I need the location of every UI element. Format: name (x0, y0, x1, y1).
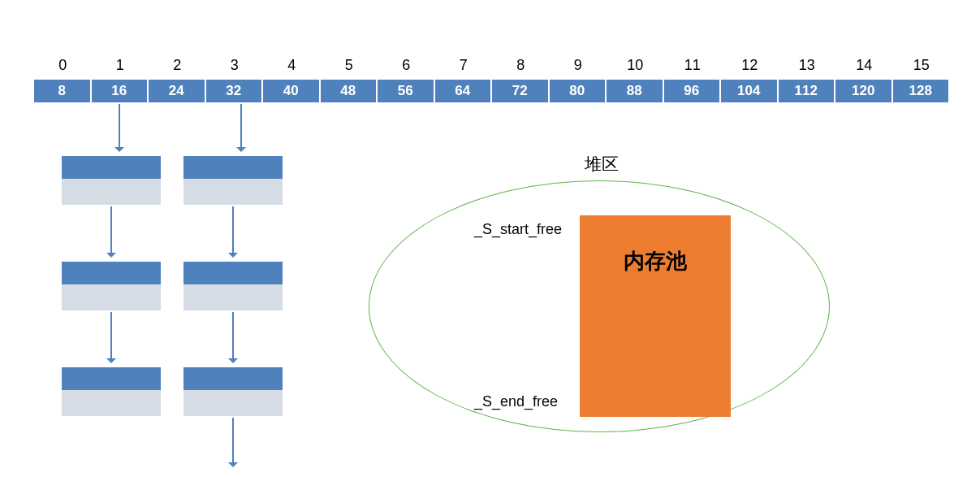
arrow-down-icon (110, 312, 112, 362)
node-head (62, 262, 161, 284)
node-body (183, 179, 283, 205)
index-label: 6 (378, 57, 435, 74)
bucket-cell: 104 (721, 80, 777, 102)
bucket-cell: 40 (263, 80, 319, 102)
node-head (183, 262, 283, 284)
index-label: 14 (835, 57, 893, 74)
index-label: 2 (149, 57, 206, 74)
index-row: 0 1 2 3 4 5 6 7 8 9 10 11 12 13 14 15 (34, 57, 950, 74)
index-label: 4 (263, 57, 321, 74)
memory-pool: 内存池 (580, 215, 731, 417)
node-body (62, 284, 161, 310)
arrow-down-icon (110, 206, 112, 257)
index-label: 0 (34, 57, 92, 74)
index-label: 11 (664, 57, 722, 74)
node-head (183, 367, 283, 390)
index-label: 5 (321, 57, 378, 74)
memory-pool-label: 内存池 (624, 247, 687, 275)
bucket-cell: 72 (492, 80, 548, 102)
arrow-down-icon (119, 104, 120, 151)
freelist-node (62, 262, 161, 310)
bucket-cell: 32 (206, 80, 262, 102)
bucket-cell: 120 (835, 80, 891, 102)
freelist-node (183, 262, 283, 310)
arrow-down-icon (240, 104, 242, 151)
index-label: 7 (435, 57, 493, 74)
bucket-cell: 24 (149, 80, 205, 102)
index-label: 3 (206, 57, 264, 74)
freelist-node (62, 156, 161, 205)
bucket-cell: 88 (607, 80, 663, 102)
node-body (62, 390, 161, 416)
node-head (62, 156, 161, 179)
freelist-node (183, 367, 283, 416)
index-label: 12 (721, 57, 779, 74)
arrow-down-icon (232, 418, 234, 466)
bucket-cell: 80 (550, 80, 606, 102)
node-body (62, 179, 161, 205)
freelist-node (62, 367, 161, 416)
bucket-cell: 56 (378, 80, 434, 102)
index-label: 9 (550, 57, 607, 74)
bucket-cell: 8 (34, 80, 90, 102)
start-free-label: _S_start_free (474, 221, 562, 238)
freelist-node (183, 156, 283, 205)
bucket-cell: 16 (92, 80, 148, 102)
bucket-cell: 112 (779, 80, 835, 102)
index-label: 10 (607, 57, 664, 74)
bucket-cell: 96 (664, 80, 720, 102)
node-head (62, 367, 161, 390)
node-head (183, 156, 283, 179)
node-body (183, 284, 283, 310)
arrow-down-icon (232, 206, 234, 257)
arrow-down-icon (232, 312, 234, 362)
bucket-cell: 48 (321, 80, 377, 102)
index-label: 13 (779, 57, 836, 74)
end-free-label: _S_end_free (474, 393, 558, 410)
bucket-cell: 64 (435, 80, 491, 102)
freelist-buckets: 8 16 24 32 40 48 56 64 72 80 88 96 104 1… (34, 80, 948, 102)
index-label: 8 (492, 57, 550, 74)
node-body (183, 390, 283, 416)
bucket-cell: 128 (893, 80, 949, 102)
index-label: 1 (92, 57, 149, 74)
index-label: 15 (893, 57, 951, 74)
heap-title: 堆区 (585, 153, 619, 176)
